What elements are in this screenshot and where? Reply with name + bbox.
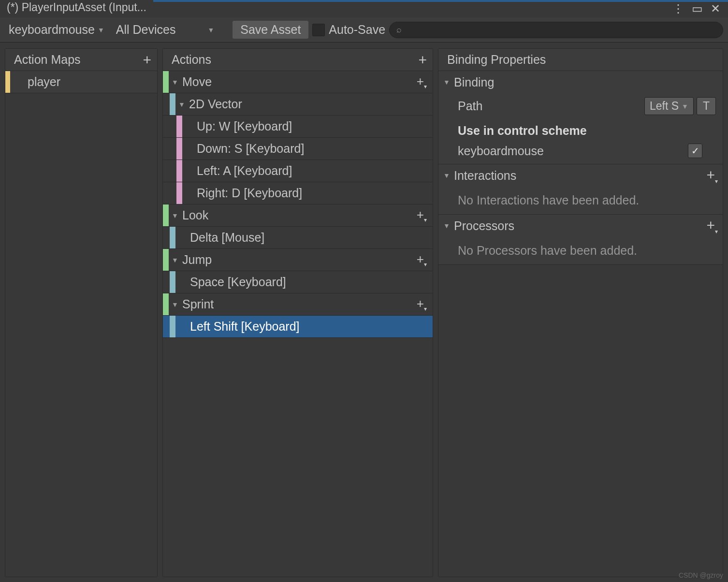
add-binding-button[interactable]: +▾ bbox=[417, 296, 433, 312]
chevron-down-icon: ▼ bbox=[98, 26, 104, 34]
tree-label: Move bbox=[180, 75, 417, 89]
color-bar bbox=[170, 271, 175, 293]
save-asset-button[interactable]: Save Asset bbox=[233, 21, 308, 39]
color-bar bbox=[163, 71, 169, 93]
tree-row[interactable]: Left Shift [Keyboard] bbox=[163, 316, 433, 338]
tree-row[interactable]: ▼Sprint+▾ bbox=[163, 293, 433, 316]
tree-row[interactable]: Down: S [Keyboard] bbox=[163, 138, 433, 160]
path-label: Path bbox=[458, 99, 644, 113]
watermark: CSDN @gzroy bbox=[679, 571, 723, 579]
tree-label: Left: A [Keyboard] bbox=[195, 164, 433, 178]
properties-panel: Binding Properties ▼ Binding Path Left S… bbox=[438, 48, 723, 577]
color-bar bbox=[170, 93, 175, 115]
tree-row[interactable]: ▼Move+▾ bbox=[163, 71, 433, 93]
foldout-arrow-icon[interactable]: ▼ bbox=[169, 301, 180, 308]
color-bar bbox=[176, 182, 182, 204]
tree-label: 2D Vector bbox=[187, 97, 433, 111]
foldout-arrow-icon[interactable]: ▼ bbox=[169, 256, 180, 264]
tree-label: Right: D [Keyboard] bbox=[195, 186, 433, 200]
color-bar bbox=[163, 293, 169, 315]
tree-label: Jump bbox=[180, 253, 417, 267]
actions-header: Actions + bbox=[163, 49, 433, 71]
listen-button[interactable]: T bbox=[697, 97, 716, 115]
tree-label: Sprint bbox=[180, 297, 417, 311]
tree-row[interactable]: Delta [Mouse] bbox=[163, 227, 433, 249]
tree-row[interactable]: ▼2D Vector bbox=[163, 93, 433, 116]
foldout-arrow-icon: ▼ bbox=[443, 172, 454, 179]
add-binding-button[interactable]: +▾ bbox=[417, 252, 433, 268]
scheme-checkbox[interactable]: ✓ bbox=[688, 144, 702, 158]
color-bar bbox=[163, 204, 169, 226]
window-tab[interactable]: (*) PlayerInputAsset (Input... bbox=[0, 0, 153, 17]
chevron-down-icon: ▼ bbox=[207, 26, 214, 34]
tree-row[interactable]: Up: W [Keyboard] bbox=[163, 116, 433, 138]
add-action-map-button[interactable]: + bbox=[143, 52, 151, 68]
close-icon[interactable]: ✕ bbox=[711, 2, 720, 15]
color-bar bbox=[163, 249, 169, 271]
tree-label: Look bbox=[180, 208, 417, 222]
autosave-label: Auto-Save bbox=[329, 23, 385, 37]
add-interaction-button[interactable]: +▾ bbox=[706, 167, 718, 185]
scheme-name-label: keyboardmouse bbox=[458, 144, 544, 158]
color-bar bbox=[170, 227, 175, 248]
action-map-item[interactable]: player bbox=[5, 71, 157, 93]
tree-label: Left Shift [Keyboard] bbox=[188, 320, 433, 334]
autosave-checkbox[interactable] bbox=[312, 24, 325, 36]
tree-label: Down: S [Keyboard] bbox=[195, 142, 433, 156]
tree-label: Space [Keyboard] bbox=[188, 275, 433, 289]
chevron-down-icon: ▼ bbox=[682, 102, 688, 110]
devices-dropdown[interactable]: All Devices ▼ bbox=[112, 21, 218, 39]
color-bar bbox=[176, 160, 182, 182]
action-map-label: player bbox=[10, 75, 60, 89]
tree-label: Delta [Mouse] bbox=[188, 231, 433, 245]
search-input[interactable]: ⌕ bbox=[389, 22, 723, 38]
checkmark-icon: ✓ bbox=[691, 145, 699, 157]
color-bar bbox=[5, 71, 10, 93]
foldout-arrow-icon[interactable]: ▼ bbox=[169, 212, 180, 219]
foldout-arrow-icon[interactable]: ▼ bbox=[175, 101, 187, 108]
foldout-arrow-icon[interactable]: ▼ bbox=[169, 78, 180, 86]
toolbar: keyboardmouse ▼ All Devices ▼ Save Asset… bbox=[0, 17, 728, 43]
add-action-button[interactable]: + bbox=[418, 52, 427, 68]
add-processor-button[interactable]: +▾ bbox=[706, 217, 718, 235]
menu-icon[interactable]: ⋮ bbox=[672, 2, 684, 15]
add-binding-button[interactable]: +▾ bbox=[417, 74, 433, 90]
color-bar bbox=[176, 138, 182, 160]
action-maps-header: Action Maps + bbox=[5, 49, 157, 71]
titlebar: (*) PlayerInputAsset (Input... ⋮ ▭ ✕ bbox=[0, 0, 728, 17]
properties-header: Binding Properties bbox=[438, 49, 723, 71]
actions-panel: Actions + ▼Move+▾▼2D VectorUp: W [Keyboa… bbox=[162, 48, 433, 577]
processors-section-header[interactable]: ▼ Processors +▾ bbox=[438, 215, 723, 237]
binding-section-header[interactable]: ▼ Binding bbox=[438, 71, 723, 93]
maximize-icon[interactable]: ▭ bbox=[692, 2, 703, 15]
tree-row[interactable]: Left: A [Keyboard] bbox=[163, 160, 433, 182]
color-bar bbox=[170, 316, 175, 337]
interactions-section-header[interactable]: ▼ Interactions +▾ bbox=[438, 164, 723, 187]
tree-label: Up: W [Keyboard] bbox=[195, 119, 433, 133]
tree-row[interactable]: Space [Keyboard] bbox=[163, 271, 433, 293]
control-scheme-dropdown[interactable]: keyboardmouse ▼ bbox=[5, 21, 108, 39]
use-in-scheme-label: Use in control scheme bbox=[438, 119, 723, 141]
add-binding-button[interactable]: +▾ bbox=[417, 207, 433, 223]
color-bar bbox=[176, 116, 182, 137]
foldout-arrow-icon: ▼ bbox=[443, 78, 454, 86]
foldout-arrow-icon: ▼ bbox=[443, 222, 454, 230]
tree-row[interactable]: Right: D [Keyboard] bbox=[163, 182, 433, 204]
search-icon: ⌕ bbox=[396, 25, 402, 35]
tree-row[interactable]: ▼Look+▾ bbox=[163, 204, 433, 227]
tree-row[interactable]: ▼Jump+▾ bbox=[163, 249, 433, 271]
path-dropdown[interactable]: Left S ▼ bbox=[644, 97, 694, 115]
no-interactions-text: No Interactions have been added. bbox=[438, 187, 723, 214]
action-maps-panel: Action Maps + player bbox=[5, 48, 158, 577]
no-processors-text: No Processors have been added. bbox=[438, 237, 723, 264]
